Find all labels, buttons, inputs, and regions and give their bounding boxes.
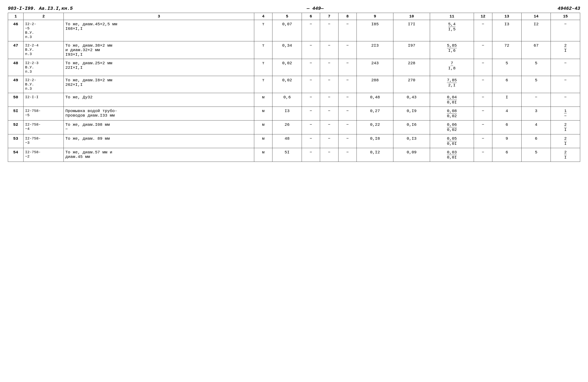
row-number: 46 [8,20,23,41]
row-val11: 0,040,0I [430,93,474,107]
row-val9: 288 [357,76,393,93]
row-val11: 5,4I,5 [430,20,474,41]
fraction-denominator: I,5 [448,27,456,32]
row-unit: т [254,20,273,41]
fraction-numerator: 1 [564,109,567,114]
row-val9: 0,22 [357,121,393,134]
page-header: 903-I-I99. Аа.I3.I,кн.5 — 449— 49462-43 [8,6,580,11]
col-header-6: 6 [302,13,320,20]
row-unit: м [254,148,273,161]
row-val11: 0,060,02 [430,121,474,134]
row-val6: − [302,41,320,59]
row-val5: 0,6 [273,93,302,107]
col-header-4: 4 [254,13,273,20]
table-row: 49I2-2- В.У. п.3То же, диам.I8×2 мм 262×… [8,76,580,93]
row-val12: − [474,134,492,148]
row-val14: − [521,93,550,107]
row-val11: 7I,8 [430,59,474,76]
row-code: I2-I-I [23,93,64,107]
fraction-denominator: I [564,155,567,160]
row-val5: 26 [273,121,302,134]
fraction-numerator: 2 [564,136,567,141]
row-val13: I3 [492,20,521,41]
row-val10: I7I [393,20,430,41]
col-header-9: 9 [357,13,393,20]
table-row: 54I2-758- −2То же, диам.57 мм и диам.45 … [8,148,580,161]
fraction-denominator: 0,0I [447,100,457,105]
table-row: 52I2-758- −4То же, диам.I08 мм −м26−−−0,… [8,121,580,134]
row-unit: т [254,59,273,76]
row-val9: 0,48 [357,93,393,107]
row-val5: 5I [273,148,302,161]
fraction-denominator: I [564,141,567,146]
col-header-10: 10 [393,13,430,20]
row-description: То же, диам.25×2 мм 22I×I,I [64,59,254,76]
row-val11: 0,080,02 [430,107,474,121]
row-description: То же, диам.I08 мм − [64,121,254,134]
row-val7: − [320,93,338,107]
fraction-denominator: I,8 [448,66,456,71]
row-code: I2-758- −2 [23,148,64,161]
row-val12: − [474,107,492,121]
row-val11: 7,852,I [430,76,474,93]
fraction-denominator: I,6 [448,48,456,53]
row-val10: 0,43 [393,93,430,107]
row-val13: 4 [492,107,521,121]
row-val11: 0,050,0I [430,134,474,148]
row-val10: 270 [393,76,430,93]
fraction-numerator: 0,06 [447,122,457,127]
fraction-numerator: 2 [564,150,567,155]
row-val15: − [551,59,580,76]
row-val15: − [551,76,580,93]
fraction-numerator: 2 [564,122,567,127]
row-val12: − [474,121,492,134]
row-description: То же, диам.38×2 мм и диам.32×2 мм I93×I… [64,41,254,59]
row-val10: I97 [393,41,430,59]
fraction-denominator: 2,I [448,83,456,88]
row-val14: 5 [521,148,550,161]
row-val14: 5 [521,76,550,93]
row-val13: 5 [492,59,521,76]
fraction-denominator: 0,0I [447,141,457,146]
row-unit: т [254,41,273,59]
fraction-denominator: − [564,114,567,118]
col-header-3: 3 [64,13,254,20]
row-val13: 6 [492,76,521,93]
row-val6: − [302,134,320,148]
table-row: 46I2-2- −5 В.У. п.3То же, диам.45×2,5 мм… [8,20,580,41]
col-header-1: 1 [8,13,23,20]
row-val11: 5,85I,6 [430,41,474,59]
row-val12: − [474,20,492,41]
row-val8: − [338,107,357,121]
header-right: 49462-43 [558,6,580,11]
row-val9: 2I3 [357,41,393,59]
row-number: 47 [8,41,23,59]
row-val5: 0,07 [273,20,302,41]
row-val6: − [302,59,320,76]
row-val8: − [338,76,357,93]
row-description: То же, диам.I8×2 мм 262×I,I [64,76,254,93]
row-val7: − [320,20,338,41]
row-val5: 48 [273,134,302,148]
col-header-2: 2 [23,13,64,20]
row-val5: 0,34 [273,41,302,59]
row-val7: − [320,76,338,93]
row-val5: 0,02 [273,59,302,76]
col-header-15: 15 [551,13,580,20]
header-center: — 449— [307,6,324,11]
col-header-11: 11 [430,13,474,20]
row-code: I2-2-4 В.У. п.3 [23,41,64,59]
row-code: I2-2- В.У. п.3 [23,76,64,93]
row-val7: − [320,41,338,59]
row-val6: − [302,121,320,134]
row-code: I2-2-3 В.У. п.3 [23,59,64,76]
main-table: 1 2 3 4 5 6 7 8 9 10 11 12 13 14 15 46I2… [8,13,580,162]
row-val13: 6 [492,148,521,161]
row-number: 53 [8,134,23,148]
row-val7: − [320,134,338,148]
row-number: 52 [8,121,23,134]
row-val13: 6 [492,121,521,134]
row-val7: − [320,59,338,76]
col-header-13: 13 [492,13,521,20]
row-val10: 228 [393,59,430,76]
